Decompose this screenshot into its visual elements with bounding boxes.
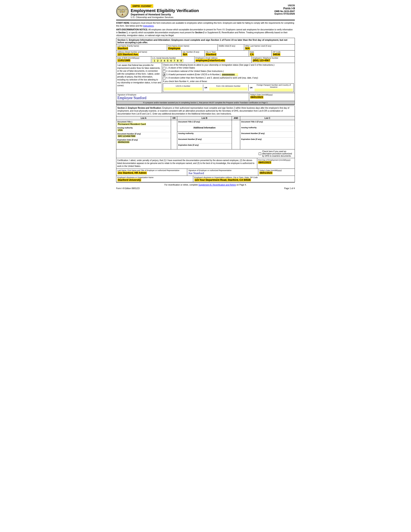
instructions-link[interactable]: Instructions: [143, 25, 154, 27]
address-value: 123 Stanford Ave.: [117, 53, 139, 56]
employer-date-label: Today's Date (mm/dd/yyyy): [259, 169, 294, 171]
dob-value: 11/01/1985: [117, 59, 131, 62]
name-row: Last Name (Family Name) Stanford First N…: [116, 45, 295, 50]
svg-marker-5: [122, 13, 123, 15]
attestation-right: Check one of the following boxes to atte…: [162, 63, 295, 93]
doc1-title-field: Document Title 1 Permanent Resident Card: [116, 120, 171, 126]
expires-label: Expires 07/31/2026: [274, 12, 295, 15]
other-names-label: Other Last Names Used (if any): [245, 45, 294, 47]
anti-discrimination-notice: ANTI-DISCRIMINATION NOTICE: All employee…: [116, 28, 295, 37]
org-row: Employer's Business or Organization Name…: [116, 176, 295, 182]
address-label: Address (Street Number and Name): [117, 51, 181, 53]
form-number: Form I-9: [274, 7, 295, 10]
employer-sig-label: Signature of Employer or Authorized Repr…: [188, 169, 257, 171]
checkbox2-label: 2. A noncitizen national of the United S…: [166, 70, 224, 72]
address-cell: Address (Street Number and Name) 123 Sta…: [116, 50, 182, 56]
doc1-list-c-col: Document Title 3 (if any) Issuing Author…: [240, 120, 295, 149]
uscis-label-cell: USCIS A-Number: [163, 85, 203, 91]
checkbox1-label: 1. A citizen of the United States: [166, 67, 195, 69]
email-cell: Employee's Email Address employee@stanfo…: [194, 57, 251, 63]
dept-title: Department of Homeland Security: [131, 13, 171, 16]
city-value: Stanford: [206, 53, 217, 56]
city-cell: City or Town Stanford: [205, 50, 249, 56]
employer-date-value: 08/01/2023: [259, 171, 273, 174]
uscis-anumber[interactable]: 0000000000: [221, 73, 238, 76]
apt-cell: Apt. Number (if any) N/A: [182, 50, 205, 56]
zip-cell: ZIP Code 94536: [272, 50, 295, 56]
checkbox4-box[interactable]: [163, 77, 165, 79]
sig-label: Signature of Employee: [117, 94, 248, 96]
form-main-title: Employment Eligibility Verification: [131, 8, 199, 13]
checkbox4-item: 4. A noncitizen (other than Item Numbers…: [163, 77, 294, 79]
section1-header: Section 1. Employee Information and Atte…: [116, 38, 295, 45]
apt-value: N/A: [182, 53, 188, 56]
doc2-number-field: Document Number (if any): [177, 138, 232, 143]
doc1-list-b-col: Document Title 2 (if any) Additional Inf…: [177, 120, 232, 149]
doc2-issuing-field: Issuing Authority: [177, 132, 232, 138]
rehire-note: For reverification or rehire, complete S…: [116, 184, 295, 186]
employer-sig-value: Joe Stanford: [188, 171, 257, 175]
or-divider: OR: [171, 116, 177, 120]
doc1-title-value: Permanent Resident Card: [117, 123, 146, 125]
org-address-label: Employer's Business or Organization Addr…: [194, 176, 294, 179]
doc1-expiry-field: Expiration Date (if any) 09/09/2030: [116, 138, 171, 144]
dob-ssn-row: Date of Birth (mm/dd/yyyy) 11/01/1985 U.…: [116, 57, 295, 63]
doc1-issuing-field: Issuing Authority USA: [116, 126, 171, 132]
phone-cell: Employee's Telephone Number (650) 123-45…: [252, 57, 295, 63]
checkbox4-label: 4. A noncitizen (other than Item Numbers…: [166, 77, 258, 79]
employer-name-value: Jos Stanford, HR Admin: [117, 171, 147, 174]
cert-text: Certification: I attest, under penalty o…: [116, 158, 257, 169]
list-b-header: List B: [177, 116, 232, 120]
header-title-block: EMPID: 01234567 Employment Eligibility V…: [131, 4, 199, 19]
checkbox1-box[interactable]: [163, 67, 165, 69]
doc1-list-a-col: Document Title 1 Permanent Resident Card…: [116, 120, 171, 149]
header-left: DEPARTMENT OF HOMELAND SECURITY EMPID: 0…: [116, 4, 199, 19]
employer-date-cell: Today's Date (mm/dd/yyyy) 08/01/2023: [258, 169, 295, 176]
email-label: Employee's Email Address: [195, 57, 250, 59]
attestation-row: I am aware that federal law provides for…: [116, 63, 295, 93]
start-here-notice: START HERE: Employers must ensure the fo…: [116, 22, 295, 28]
middle-initial-label: Middle Initial (if any): [219, 45, 243, 47]
last-name-cell: Last Name (Family Name) Stanford: [116, 45, 167, 50]
form-edition: Form I-9 Edition 08/01/23: [116, 187, 140, 190]
alt-procedure-checkbox[interactable]: [259, 152, 261, 155]
preparer-note: If a preparer and/or translator assisted…: [116, 101, 295, 104]
employer-sig-row: Last Name, First Name and Title of Emplo…: [116, 169, 295, 176]
rehire-link[interactable]: Supplement B, Reverification and Rehire: [199, 184, 236, 186]
admission-row: USCIS A-Number OR Form I-94 Admission Nu…: [163, 83, 294, 92]
empid-badge: EMPID: 01234567: [131, 4, 153, 8]
additional-info-header: Additional Information: [177, 126, 232, 132]
ssn-digit-2: 2: [156, 59, 159, 62]
or-col-1: [171, 120, 177, 149]
checkbox3-item: 3. A lawful permanent resident (Enter US…: [163, 73, 294, 76]
ssn-digit-4: 4: [163, 59, 166, 62]
doc3-expiry-field: Expiration Date (if any): [240, 138, 295, 143]
doc3-title-field: Document Title 3 (if any): [240, 120, 295, 126]
form-id-block: USCIS Form I-9 OMB No.1615-0047 Expires …: [274, 4, 295, 15]
ssn-digit-5: 5: [166, 59, 169, 62]
page-header: DEPARTMENT OF HOMELAND SECURITY EMPID: 0…: [116, 4, 295, 19]
state-label: State: [250, 51, 271, 53]
org-name-cell: Employer's Business or Organization Name…: [116, 176, 193, 182]
last-name-label: Last Name (Family Name): [117, 45, 166, 47]
checkbox3-box[interactable]: [163, 74, 165, 76]
or-label-2: OR: [249, 86, 253, 89]
phone-label: Employee's Telephone Number: [252, 57, 294, 59]
ssn-digit-8: 8: [176, 59, 179, 62]
apt-label: Apt. Number (if any): [182, 51, 204, 53]
and-divider: AND: [232, 116, 240, 120]
org-name-label: Employer's Business or Organization Name: [117, 176, 192, 179]
employer-name-label: Last Name, First Name and Title of Emplo…: [117, 169, 186, 171]
org-name-value: Stanford University: [117, 179, 141, 181]
omb-number: OMB No.1615-0047: [274, 10, 295, 12]
employee-sig-value: Employee Stanford: [117, 96, 248, 100]
ssn-digit-1: 1: [153, 59, 156, 62]
header-divider: [116, 20, 295, 20]
section1-box: Section 1. Employee Information and Atte…: [116, 38, 295, 105]
first-day-label: First Day of Employment (mm/dd/yyyy):: [258, 159, 294, 161]
zip-value: 94536: [273, 53, 280, 56]
preparer-link[interactable]: Preparer and/or Translator Certification: [226, 102, 258, 104]
signature-row: Signature of Employee Employee Stanford …: [116, 93, 295, 101]
uscis-label: USCIS: [274, 4, 295, 7]
checkbox2-box[interactable]: [163, 70, 165, 73]
